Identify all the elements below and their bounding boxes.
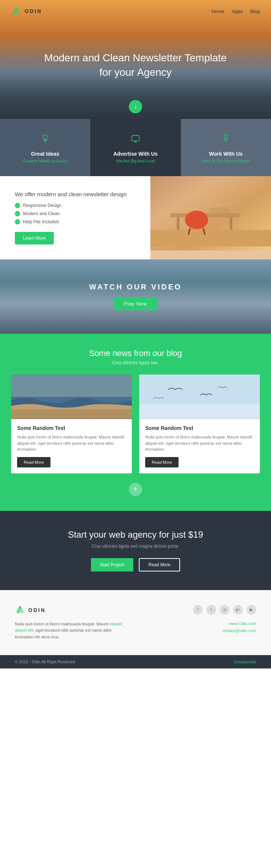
cta-read-more-button[interactable]: Read More [139, 558, 180, 571]
nav-apps[interactable]: Apps [232, 9, 243, 14]
features-row: Great Ideas Creative Minds on Action Adv… [0, 119, 271, 176]
cta-subheading: Cras ultricies ligula sed magna dictum p… [11, 544, 260, 549]
footer-website: www.Odin.com [222, 620, 256, 628]
google-plus-icon[interactable]: g+ [233, 605, 243, 615]
svg-marker-36 [20, 612, 24, 614]
svg-point-24 [185, 211, 208, 229]
svg-line-8 [42, 135, 43, 135]
footer-right: f t ◎ g+ ▶ www.Odin.com contact@odin.com [143, 605, 256, 641]
footer-logo-icon [15, 605, 25, 615]
svg-rect-6 [45, 140, 46, 141]
feature-advertise-subtitle: We Are Big and Loud [98, 159, 173, 163]
info-heading: We offer modern and clean newsletter des… [15, 191, 136, 197]
blog-card-2-content: Some Random Text Nulla quis lorem ut lib… [139, 419, 260, 473]
odin-logo-icon [11, 6, 22, 16]
feature-work-subtitle: Work is Our Second Name [188, 159, 264, 163]
footer-logo-text: ODIN [28, 607, 46, 613]
blog-cards: Some Random Text Nulla quis lorem ut lib… [11, 375, 260, 473]
blog-card-1-image [11, 375, 132, 419]
learn-more-button[interactable]: Learn More [15, 232, 54, 244]
blog-header: Some news from our blog Cras ultricies l… [11, 349, 260, 365]
logo: ODIN [11, 6, 42, 16]
start-project-button[interactable]: Start Project [91, 558, 133, 571]
facebook-icon[interactable]: f [193, 605, 203, 615]
cta-buttons: Start Project Read More [11, 558, 260, 571]
blog-card-2-image [139, 375, 260, 419]
social-icons: f t ◎ g+ ▶ [193, 605, 256, 615]
header: ODIN Home Apps Blog [0, 0, 271, 22]
footer-copyright: © 2015 - Odin All Right Reserved [15, 660, 75, 664]
nav-blog[interactable]: Blog [250, 9, 260, 14]
blog-section: Some news from our blog Cras ultricies l… [0, 334, 271, 511]
footer-email: contact@odin.com [222, 627, 256, 635]
info-right-image [150, 176, 271, 259]
cta-section: Start your web agency for just $19 Cras … [0, 511, 271, 590]
waves-illustration [11, 375, 132, 419]
hero-title: Modern and Clean Newsletter Template for… [43, 51, 228, 80]
svg-marker-2 [16, 9, 20, 13]
blog-card-2-body: Nulla quis lorem ut libero malesuada feu… [145, 434, 254, 453]
nav-home[interactable]: Home [212, 9, 225, 14]
blog-card-1-content: Some Random Text Nulla quis lorem ut lib… [11, 419, 132, 473]
arrow-down-icon: ↓ [134, 103, 137, 110]
blog-card-1: Some Random Text Nulla quis lorem ut lib… [11, 375, 132, 473]
info-left: We offer modern and clean newsletter des… [0, 176, 150, 259]
list-item-responsive: ✓ Responsive Design [15, 203, 136, 208]
read-more-button-1[interactable]: Read More [17, 457, 50, 467]
blog-card-2: Some Random Text Nulla quis lorem ut lib… [139, 375, 260, 473]
feature-great-ideas-title: Great Ideas [7, 151, 83, 157]
blog-heading: Some news from our blog [11, 349, 260, 358]
blog-card-1-body: Nulla quis lorem ut libero malesuada feu… [17, 434, 126, 453]
svg-rect-31 [139, 404, 260, 418]
hero-scroll-button[interactable]: ↓ [129, 100, 142, 113]
info-section: We offer modern and clean newsletter des… [0, 176, 271, 259]
svg-marker-33 [16, 608, 20, 612]
unsubscribe-link[interactable]: Unsubscribe [234, 660, 256, 664]
svg-line-9 [48, 135, 48, 135]
chair-illustration [150, 176, 271, 250]
instagram-icon[interactable]: ◎ [220, 605, 229, 615]
svg-rect-21 [230, 217, 232, 230]
check-icon-3: ✓ [15, 219, 20, 224]
footer-description: Nulla quis lorem ut libero malesuada feu… [15, 621, 128, 641]
svg-rect-20 [177, 217, 179, 230]
birds-illustration [139, 375, 260, 419]
logo-text: ODIN [25, 8, 42, 14]
list-item-clean: ✓ Modern and Clean [15, 211, 136, 216]
read-more-button-2[interactable]: Read More [145, 457, 179, 467]
footer-link[interactable]: blandit aliquet elit [15, 622, 122, 633]
blog-card-1-title: Some Random Text [17, 425, 126, 431]
twitter-icon[interactable]: t [206, 605, 216, 615]
tv-icon [98, 132, 173, 146]
feature-work: Work With Us Work is Our Second Name [181, 119, 271, 176]
feature-advertise: Advertise With Us We Are Big and Loud [90, 119, 180, 176]
main-nav: Home Apps Blog [212, 9, 260, 14]
chair-image [150, 176, 271, 250]
video-title: WATCH OUR VIDEO [89, 283, 182, 291]
load-more-button[interactable]: + [129, 483, 142, 496]
svg-rect-23 [210, 207, 230, 214]
video-overlay: WATCH OUR VIDEO Play Now [0, 259, 271, 334]
cta-heading: Start your web agency for just $19 [11, 529, 260, 540]
svg-rect-10 [132, 136, 139, 141]
blog-plus-area: + [11, 483, 260, 496]
blog-card-2-title: Some Random Text [145, 425, 254, 431]
feature-great-ideas-subtitle: Creative Minds on Action [7, 159, 83, 163]
footer-logo: ODIN [15, 605, 128, 615]
svg-marker-35 [16, 612, 20, 614]
svg-marker-4 [16, 13, 20, 15]
svg-marker-3 [13, 13, 17, 15]
feature-great-ideas: Great Ideas Creative Minds on Action [0, 119, 90, 176]
svg-marker-34 [20, 608, 24, 612]
video-section: WATCH OUR VIDEO Play Now [0, 259, 271, 334]
plug-icon [188, 132, 264, 146]
check-icon-1: ✓ [15, 203, 20, 208]
blog-subheading: Cras ultricies ligula seo. [11, 360, 260, 365]
youtube-icon[interactable]: ▶ [246, 605, 256, 615]
play-now-button[interactable]: Play Now [114, 297, 158, 310]
lamp-icon [7, 132, 83, 146]
svg-rect-19 [150, 230, 271, 247]
svg-marker-1 [13, 9, 17, 13]
list-item-help: ✓ Help File Included [15, 219, 136, 224]
check-icon-2: ✓ [15, 211, 20, 216]
